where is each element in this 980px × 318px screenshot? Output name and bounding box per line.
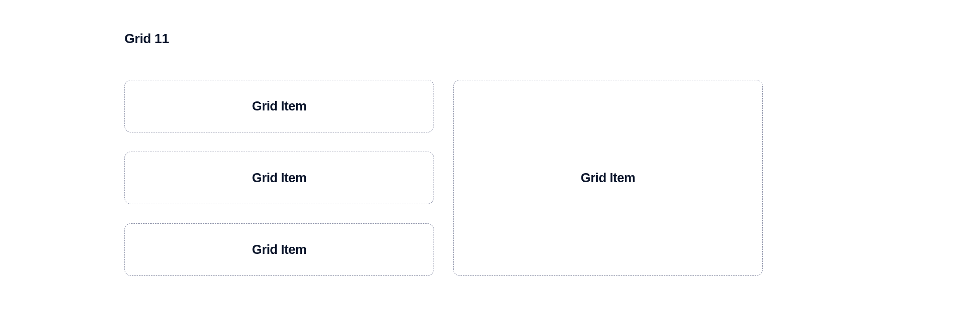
grid-item: Grid Item [124, 152, 434, 204]
grid-item-label: Grid Item [252, 171, 306, 186]
grid-item-label: Grid Item [580, 171, 635, 186]
grid-item-label: Grid Item [252, 242, 306, 257]
grid-layout: Grid Item Grid Item Grid Item Grid Item [124, 80, 763, 276]
grid-demo-container: Grid 11 Grid Item Grid Item Grid Item Gr… [124, 31, 763, 276]
grid-item: Grid Item [124, 223, 434, 276]
grid-heading: Grid 11 [124, 31, 763, 46]
grid-item-label: Grid Item [252, 99, 306, 114]
grid-item: Grid Item [124, 80, 434, 132]
grid-item-large: Grid Item [453, 80, 763, 276]
